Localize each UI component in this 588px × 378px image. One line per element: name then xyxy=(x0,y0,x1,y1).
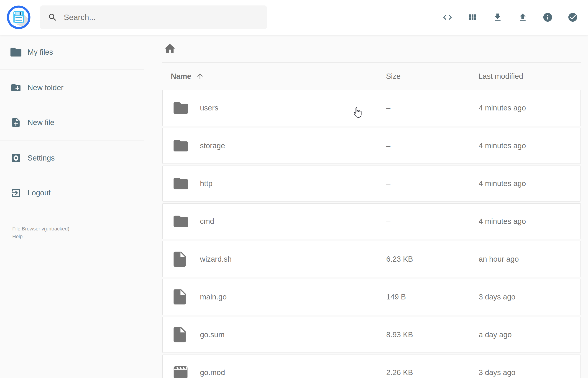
breadcrumb-home-button[interactable] xyxy=(164,42,176,54)
info-icon xyxy=(542,12,553,23)
search-bar[interactable] xyxy=(40,5,267,29)
sidebar-footer: File Browser v(untracked) Help xyxy=(12,225,69,241)
item-modified: a day ago xyxy=(479,330,512,339)
item-size: – xyxy=(386,217,390,226)
item-size: – xyxy=(386,141,390,150)
select-multiple-button[interactable] xyxy=(567,12,578,23)
sidebar-item-label: Logout xyxy=(27,189,51,197)
item-size: 149 B xyxy=(386,293,406,301)
item-size: – xyxy=(386,179,390,188)
item-name: http xyxy=(200,179,213,188)
switch-view-button[interactable] xyxy=(467,12,478,23)
item-modified: 3 days ago xyxy=(479,368,515,377)
movie-icon xyxy=(174,366,188,378)
file-listing: users – 4 minutes ago storage – 4 minute… xyxy=(162,90,581,378)
sidebar-item-logout[interactable]: Logout xyxy=(0,175,144,210)
file-icon xyxy=(174,327,186,342)
sidebar-item-label: New file xyxy=(27,118,54,127)
sidebar-item-label: New folder xyxy=(27,83,64,92)
sidebar-item-new-file[interactable]: New file xyxy=(0,105,144,140)
sidebar-item-label: Settings xyxy=(27,154,55,162)
search-input[interactable] xyxy=(63,13,251,22)
file-row-users[interactable]: users – 4 minutes ago xyxy=(162,90,581,126)
item-modified: 4 minutes ago xyxy=(479,141,526,150)
folder-icon xyxy=(11,47,21,58)
version-text: File Browser v(untracked) xyxy=(12,225,69,233)
header-actions xyxy=(442,0,578,35)
settings-icon xyxy=(11,153,21,163)
file-row-go.mod[interactable]: go.mod 2.26 KB 3 days ago xyxy=(162,354,581,378)
column-header-modified[interactable]: Last modified xyxy=(479,72,523,81)
file-row-main.go[interactable]: main.go 149 B 3 days ago xyxy=(162,279,581,315)
sidebar-item-new-folder[interactable]: New folder xyxy=(0,70,144,105)
file-row-go.sum[interactable]: go.sum 8.93 KB a day ago xyxy=(162,317,581,353)
item-modified: 4 minutes ago xyxy=(479,217,526,226)
folder-icon xyxy=(174,102,188,114)
download-button[interactable] xyxy=(492,12,503,23)
header-bar xyxy=(0,0,588,35)
folder-icon xyxy=(174,216,188,227)
file-row-wizard.sh[interactable]: wizard.sh 6.23 KB an hour ago xyxy=(162,241,581,277)
sort-ascending-icon[interactable] xyxy=(196,72,204,80)
item-modified: 4 minutes ago xyxy=(479,104,526,112)
item-name: main.go xyxy=(200,293,227,301)
item-name: cmd xyxy=(200,217,214,226)
item-name: go.sum xyxy=(200,330,225,339)
listing-header: Name Size Last modified xyxy=(162,63,581,90)
item-size: 2.26 KB xyxy=(386,368,413,377)
item-modified: 3 days ago xyxy=(479,293,515,301)
column-header-name[interactable]: Name xyxy=(171,72,204,81)
sidebar-item-my-files[interactable]: My files xyxy=(0,35,144,69)
sidebar-item-settings[interactable]: Settings xyxy=(0,140,144,175)
new-file-icon xyxy=(11,117,21,128)
folder-icon xyxy=(174,178,188,189)
raw-view-button[interactable] xyxy=(442,12,453,23)
sidebar: My files New folder New file Settings Lo… xyxy=(0,35,144,378)
filebrowser-logo[interactable] xyxy=(7,5,30,29)
item-name: storage xyxy=(200,141,225,150)
download-icon xyxy=(493,12,503,22)
item-size: 6.23 KB xyxy=(386,255,413,263)
filebrowser-app: My files New folder New file Settings Lo… xyxy=(0,0,588,378)
info-button[interactable] xyxy=(542,12,553,23)
floppy-disk-logo-icon xyxy=(7,5,30,29)
check-circle-icon xyxy=(567,12,578,23)
search-icon xyxy=(48,13,57,22)
item-modified: 4 minutes ago xyxy=(479,179,526,188)
item-size: – xyxy=(386,104,390,112)
breadcrumb xyxy=(162,35,581,62)
file-row-http[interactable]: http – 4 minutes ago xyxy=(162,165,581,202)
item-name: go.mod xyxy=(200,368,225,377)
upload-button[interactable] xyxy=(517,12,528,23)
folder-icon xyxy=(174,140,188,152)
column-header-size[interactable]: Size xyxy=(386,72,401,81)
item-modified: an hour ago xyxy=(479,255,519,263)
file-row-cmd[interactable]: cmd – 4 minutes ago xyxy=(162,203,581,239)
grid-view-icon xyxy=(468,12,478,22)
file-icon xyxy=(174,289,186,305)
code-icon xyxy=(442,12,453,23)
item-name: wizard.sh xyxy=(200,255,232,263)
item-size: 8.93 KB xyxy=(386,330,413,339)
sidebar-item-label: My files xyxy=(27,48,53,56)
new-folder-icon xyxy=(11,82,21,93)
content-area: Name Size Last modified users – 4 minute… xyxy=(144,35,588,378)
help-link[interactable]: Help xyxy=(12,233,23,241)
home-icon xyxy=(165,44,175,53)
upload-icon xyxy=(518,12,528,22)
logout-icon xyxy=(11,188,21,198)
file-icon xyxy=(174,252,186,267)
file-row-storage[interactable]: storage – 4 minutes ago xyxy=(162,128,581,164)
item-name: users xyxy=(200,104,218,112)
